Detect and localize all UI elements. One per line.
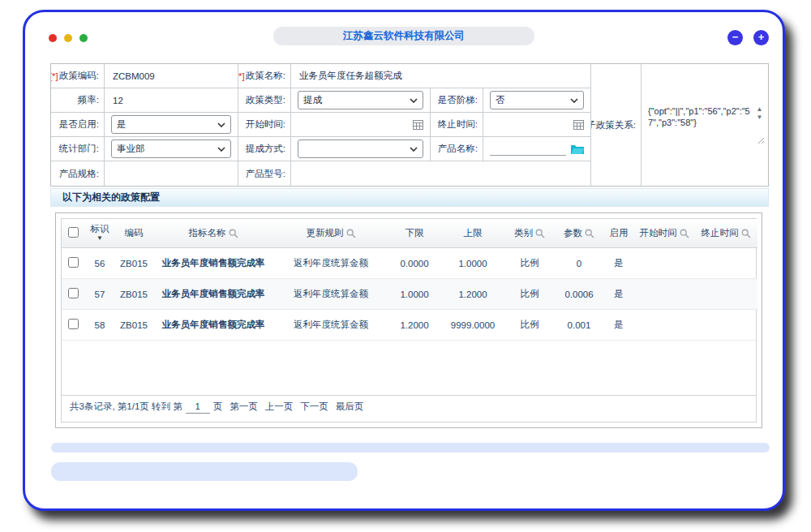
scroll-down-icon[interactable]: ▼ bbox=[757, 114, 763, 121]
enabled-cell: 是 bbox=[105, 113, 238, 137]
cell-indicator-name: 业务员年度销售额完成率 bbox=[152, 310, 274, 341]
table-row[interactable]: 56 ZB015 业务员年度销售额完成率 返利年度统算金额 0.0000 1.0… bbox=[62, 248, 757, 279]
header-start-time: 开始时间 bbox=[634, 219, 694, 248]
next-page-link[interactable]: 下一页 bbox=[300, 401, 328, 413]
sub-policy-value: {"opt":"||","p1":"56","p2":"57","p3":"58… bbox=[648, 105, 751, 128]
row-select bbox=[62, 279, 84, 310]
sort-desc-icon[interactable]: ▼ bbox=[97, 234, 103, 243]
pagination-summary: 共3条记录, 第1/1页 转到 第 bbox=[70, 401, 182, 413]
chevron-down-icon bbox=[217, 122, 225, 127]
calendar-icon[interactable] bbox=[413, 120, 423, 130]
filter-icon[interactable] bbox=[229, 229, 238, 238]
zoom-out-button[interactable]: − bbox=[727, 30, 743, 45]
policy-type-cell: 提成 bbox=[291, 88, 431, 113]
cell-start bbox=[634, 310, 694, 341]
header-indicator-name: 指标名称 bbox=[152, 219, 274, 248]
calendar-icon[interactable] bbox=[573, 120, 584, 130]
header-select-all bbox=[62, 219, 84, 248]
filter-icon[interactable] bbox=[346, 229, 356, 238]
header-upper-limit: 上限 bbox=[441, 219, 504, 248]
first-page-link[interactable]: 第一页 bbox=[230, 401, 258, 413]
commission-mode-select[interactable] bbox=[298, 139, 423, 158]
product-name-input[interactable] bbox=[490, 142, 566, 156]
table-row[interactable]: 57 ZB015 业务员年度销售额完成率 返利年度统算金额 1.0000 1.2… bbox=[62, 279, 757, 310]
stat-dept-label: 统计部门: bbox=[51, 137, 105, 161]
policy-code-value[interactable]: ZCBM009 bbox=[105, 64, 238, 88]
header-enabled: 启用 bbox=[603, 219, 634, 248]
cell-end bbox=[694, 279, 757, 310]
cell-end bbox=[694, 310, 757, 341]
filter-icon[interactable] bbox=[741, 229, 751, 238]
zoom-in-button[interactable]: + bbox=[753, 30, 769, 45]
header-code: 编码 bbox=[115, 219, 152, 248]
product-model-value[interactable] bbox=[291, 161, 591, 186]
policy-type-label: 政策类型: bbox=[238, 88, 291, 113]
chevron-down-icon bbox=[570, 98, 578, 103]
cell-start bbox=[634, 279, 694, 310]
filter-icon[interactable] bbox=[680, 229, 689, 238]
product-name-cell bbox=[483, 137, 591, 161]
product-spec-label: 产品规格: bbox=[51, 161, 105, 186]
select-all-checkbox[interactable] bbox=[68, 227, 79, 238]
filter-icon[interactable] bbox=[535, 229, 545, 238]
cell-enabled: 是 bbox=[603, 310, 634, 341]
enabled-select[interactable]: 是 bbox=[111, 115, 231, 134]
cell-indicator-name: 业务员年度销售额完成率 bbox=[152, 279, 274, 310]
prev-page-link[interactable]: 上一页 bbox=[265, 401, 294, 413]
sub-policy-textarea[interactable]: {"opt":"||","p1":"56","p2":"57","p3":"58… bbox=[646, 104, 765, 146]
window-title: 江苏鑫云软件科技有限公司 bbox=[273, 27, 534, 45]
row-checkbox[interactable] bbox=[68, 288, 79, 298]
policy-config-grid: 标识▼ 编码 指标名称 更新规则 下限 上限 类别 bbox=[61, 218, 757, 423]
open-folder-icon[interactable] bbox=[571, 144, 584, 154]
skeleton-bar-short bbox=[51, 462, 358, 481]
cell-update-rule: 返利年度统算金额 bbox=[274, 248, 388, 279]
frequency-label: 频率: bbox=[51, 88, 105, 113]
product-name-label: 产品名称: bbox=[431, 137, 483, 161]
header-end-time: 终止时间 bbox=[694, 219, 757, 248]
cell-id: 57 bbox=[84, 279, 115, 310]
row-checkbox[interactable] bbox=[68, 319, 79, 329]
section-title: 以下为相关的政策配置 bbox=[50, 188, 769, 207]
cell-update-rule: 返利年度统算金额 bbox=[274, 310, 388, 341]
cell-id: 56 bbox=[84, 248, 115, 279]
cell-param: 0.001 bbox=[555, 310, 603, 341]
cell-code: ZB015 bbox=[115, 248, 152, 279]
policy-name-value[interactable]: 业务员年度任务超额完成 bbox=[291, 64, 591, 88]
cell-upper: 1.0000 bbox=[441, 248, 504, 279]
textarea-scrollbar[interactable]: ▲ ▼ bbox=[754, 105, 765, 121]
table-row[interactable]: 58 ZB015 业务员年度销售额完成率 返利年度统算金额 1.2000 999… bbox=[62, 310, 757, 341]
header-param: 参数 bbox=[555, 219, 603, 248]
row-checkbox[interactable] bbox=[68, 257, 79, 268]
start-time-label: 开始时间: bbox=[238, 113, 291, 137]
cell-category: 比例 bbox=[504, 279, 555, 310]
cell-end bbox=[694, 248, 757, 279]
is-step-select[interactable]: 否 bbox=[490, 91, 584, 109]
cell-param: 0 bbox=[555, 248, 603, 279]
cell-code: ZB015 bbox=[115, 310, 152, 341]
cell-enabled: 是 bbox=[603, 279, 634, 310]
header-id[interactable]: 标识▼ bbox=[84, 219, 115, 248]
end-time-field[interactable] bbox=[483, 113, 591, 137]
page-input[interactable] bbox=[186, 399, 210, 414]
resize-grip-icon[interactable] bbox=[757, 137, 765, 144]
last-page-link[interactable]: 最后页 bbox=[336, 401, 364, 413]
minimize-window-icon[interactable] bbox=[64, 34, 72, 42]
close-window-icon[interactable] bbox=[49, 34, 57, 42]
product-spec-value[interactable] bbox=[105, 161, 238, 186]
chevron-down-icon bbox=[410, 147, 418, 152]
stat-dept-select[interactable]: 事业部 bbox=[111, 139, 231, 158]
header-update-rule: 更新规则 bbox=[274, 219, 388, 248]
start-time-field[interactable] bbox=[291, 113, 431, 137]
scroll-up-icon[interactable]: ▲ bbox=[757, 105, 763, 113]
filter-icon[interactable] bbox=[585, 229, 594, 238]
cell-id: 58 bbox=[84, 310, 115, 341]
maximize-window-icon[interactable] bbox=[79, 34, 88, 42]
frequency-value[interactable]: 12 bbox=[105, 88, 238, 113]
skeleton-bar-wide bbox=[51, 443, 770, 453]
cell-start bbox=[634, 248, 694, 279]
row-select bbox=[62, 310, 84, 341]
policy-type-select[interactable]: 提成 bbox=[298, 91, 423, 109]
end-time-label: 终止时间: bbox=[431, 113, 483, 137]
policy-form: 子政策关系: {"opt":"||","p1":"56","p2":"57","… bbox=[50, 63, 769, 187]
cell-lower: 1.0000 bbox=[388, 279, 441, 310]
